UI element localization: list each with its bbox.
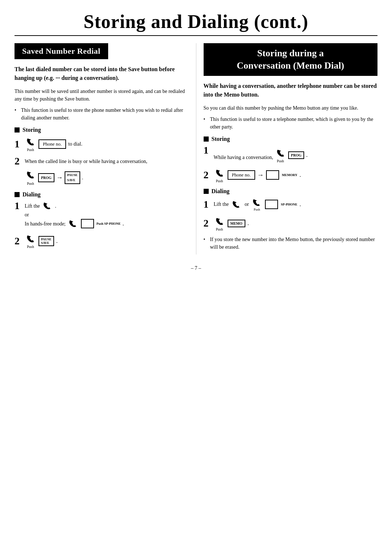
left-dialing-header: Dialing bbox=[15, 191, 189, 198]
handset-icon-5: Push bbox=[25, 233, 36, 249]
phone-no-box-1: Phone no. bbox=[38, 139, 66, 149]
right-intro-bold: While having a conversation, another tel… bbox=[204, 82, 378, 99]
right-body-text: So you can dial this number by pushing t… bbox=[204, 104, 378, 112]
push-label-2: Push bbox=[27, 181, 34, 186]
left-dial-step-1: 1 Lift the . or In hands-free mode; bbox=[15, 201, 189, 229]
right-step-number-2: 2 bbox=[204, 170, 212, 180]
memo-box: MEMO bbox=[228, 220, 245, 227]
dial-step-number-2: 2 bbox=[15, 236, 23, 246]
period-3: . bbox=[56, 238, 58, 244]
right-storing-header: Storing bbox=[204, 136, 378, 142]
right-note: If you store the new number into the Mem… bbox=[204, 236, 378, 251]
dial-step-number-1: 1 bbox=[15, 201, 23, 211]
right-handset-icon-2: Push bbox=[214, 167, 225, 183]
handset-icon-1: Push bbox=[25, 136, 36, 152]
left-step-1: 1 Push Phone no. to dial. bbox=[15, 136, 189, 152]
step-number-1: 1 bbox=[15, 139, 23, 149]
memory-label: MEMORY bbox=[282, 173, 298, 177]
right-period-1: . bbox=[306, 152, 307, 158]
right-empty-box-1 bbox=[265, 200, 278, 209]
right-dialing-header: Dialing bbox=[204, 188, 378, 195]
main-content: Saved Number Redial The last dialed numb… bbox=[15, 43, 377, 254]
right-push-label-4: Push bbox=[216, 227, 223, 231]
push-label-3: Push bbox=[27, 245, 34, 249]
page-title: Storing and Dialing (cont.) bbox=[15, 11, 377, 32]
right-step-1: 1 While having a conversation, Push PROG… bbox=[204, 145, 378, 163]
right-push-label-3: Push bbox=[254, 208, 260, 211]
dial-or-text: or bbox=[25, 211, 124, 219]
right-period-2: . bbox=[299, 172, 301, 178]
right-handset-icon-3 bbox=[231, 199, 242, 209]
right-bullet-1: This function is useful to store a telep… bbox=[204, 115, 378, 131]
right-storing-icon bbox=[204, 137, 209, 142]
prog-box-1: PROG bbox=[38, 173, 54, 182]
step-number-2: 2 bbox=[15, 156, 23, 166]
right-push-label-1: Push bbox=[277, 159, 284, 163]
left-column: Saved Number Redial The last dialed numb… bbox=[15, 43, 196, 254]
right-dial-step-2: 2 Push MEMO . bbox=[204, 216, 378, 231]
left-bullet-1: This function is useful to store the pho… bbox=[15, 106, 189, 122]
step-1-text: to dial. bbox=[68, 140, 82, 148]
page-number: – 7 – bbox=[15, 265, 377, 271]
left-body-text: This number will be saved until another … bbox=[15, 87, 189, 103]
left-storing-header: Storing bbox=[15, 127, 189, 133]
left-intro-bold: The last dialed number can be stored int… bbox=[15, 65, 189, 82]
right-dial-lift-text: Lift the bbox=[214, 200, 229, 208]
pause-save-box-2: PAUSE SAVE bbox=[38, 236, 54, 246]
right-phone-no-box: Phone no. bbox=[228, 170, 255, 180]
dial-lift-text: Lift the bbox=[25, 202, 40, 210]
empty-box-1 bbox=[81, 219, 94, 228]
dial-period-1: . bbox=[55, 202, 57, 210]
handset-icon-3 bbox=[42, 201, 53, 211]
right-memory-box bbox=[266, 170, 279, 180]
pause-save-box: PAUSE SAVE bbox=[65, 171, 80, 184]
left-section-header: Saved Number Redial bbox=[15, 43, 108, 59]
period-2: . bbox=[123, 220, 124, 227]
right-step-2: 2 Push Phone no. → MEMORY . bbox=[204, 167, 378, 183]
right-dial-step-1: 1 Lift the or Push SP-PHONE . bbox=[204, 197, 378, 211]
left-step-2: 2 When the called line is busy or while … bbox=[15, 156, 189, 186]
right-handset-icon-1: Push bbox=[275, 147, 286, 163]
right-column: Storing during a Conversation (Memo Dial… bbox=[196, 43, 378, 254]
sp-phone-label-1: Push SP-PHONE bbox=[97, 222, 121, 225]
right-period-4: . bbox=[248, 220, 249, 227]
right-prog-box-1: PROG bbox=[288, 151, 305, 159]
right-push-label-2: Push bbox=[216, 179, 223, 183]
step-2-text: When the called line is busy or while ha… bbox=[25, 158, 147, 165]
right-or-text: or bbox=[245, 200, 249, 208]
sp-phone-label-2: SP-PHONE bbox=[281, 203, 298, 206]
title-divider bbox=[15, 35, 377, 36]
right-handset-icon-5: Push bbox=[214, 216, 225, 231]
left-dial-step-2: 2 Push PAUSE SAVE . bbox=[15, 233, 189, 249]
handset-icon-4 bbox=[68, 219, 79, 229]
right-section-header: Storing during a Conversation (Memo Dial… bbox=[204, 43, 378, 76]
right-step-1-text: While having a conversation, bbox=[214, 155, 273, 160]
arrow-1: → bbox=[56, 173, 63, 183]
dialing-icon bbox=[15, 192, 20, 197]
push-label-1: Push bbox=[27, 148, 34, 152]
handset-icon-2: Push bbox=[25, 169, 36, 186]
right-dial-step-number-2: 2 bbox=[204, 218, 212, 228]
right-arrow-1: → bbox=[257, 171, 264, 179]
dial-handsfree-text: In hands-free mode; bbox=[25, 220, 66, 228]
period-1: . bbox=[82, 174, 83, 182]
storing-icon bbox=[15, 127, 20, 133]
right-dialing-icon bbox=[204, 189, 209, 194]
right-period-3: . bbox=[299, 201, 301, 208]
right-step-number-1: 1 bbox=[204, 145, 212, 155]
right-handset-icon-4: Push bbox=[251, 197, 263, 211]
right-dial-step-number-1: 1 bbox=[204, 199, 212, 209]
step-2-body: Push PROG → PAUSE SAVE . bbox=[15, 166, 189, 186]
